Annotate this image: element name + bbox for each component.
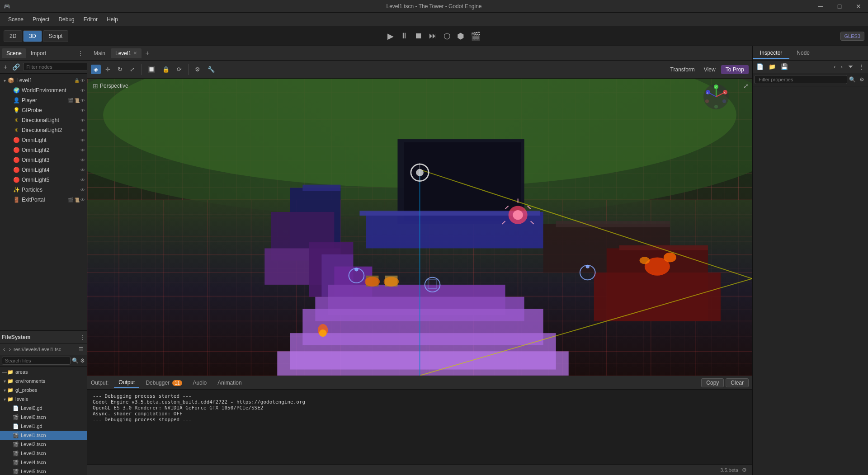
- local-button[interactable]: ⬢: [454, 29, 467, 43]
- tab-animation[interactable]: Animation: [213, 378, 246, 388]
- eye-icon-player[interactable]: 👁: [80, 98, 85, 103]
- tools-button[interactable]: 🔧: [205, 65, 217, 74]
- inspector-menu-button[interactable]: ⋮: [857, 62, 866, 71]
- stop-button[interactable]: ⏹: [412, 29, 425, 43]
- tree-item-dirlight2[interactable]: ✳ DirectionalLight2 👁: [0, 125, 87, 135]
- snap-button[interactable]: 🔒: [160, 65, 172, 74]
- tab-main[interactable]: Main: [89, 48, 110, 58]
- fs-item-level0gd[interactable]: 📄 Level0.gd: [0, 404, 87, 413]
- fs-layout-button[interactable]: ☰: [77, 346, 85, 353]
- use-local-button[interactable]: ⟳: [174, 65, 184, 74]
- tree-item-player[interactable]: 👤 Player 🎬 📜 👁: [0, 95, 87, 105]
- eye-icon-giprobe[interactable]: 👁: [80, 108, 85, 113]
- tree-item-exitportal[interactable]: 🚪 ExitPortal 🎬 📜 👁: [0, 195, 87, 205]
- select-tool-button[interactable]: ◈: [91, 65, 101, 74]
- menu-debug[interactable]: Debug: [54, 14, 79, 24]
- step-button[interactable]: ⏭: [426, 29, 440, 43]
- add-node-button[interactable]: +: [2, 62, 9, 71]
- fs-item-level1gd[interactable]: 📄 Level1.gd: [0, 422, 87, 431]
- tab-node[interactable]: Node: [789, 48, 817, 59]
- tree-item-level1[interactable]: ▾ 📦 Level1 🔒 👁: [0, 75, 87, 85]
- eye-icon-exitportal[interactable]: 👁: [80, 198, 85, 202]
- tree-item-omni1[interactable]: 🔴 OmniLight 👁: [0, 135, 87, 145]
- tab-output[interactable]: Output: [114, 377, 139, 388]
- inspector-folder-button[interactable]: 📁: [767, 62, 778, 71]
- inspector-prev-button[interactable]: ‹: [832, 62, 837, 71]
- fs-item-level5tscn[interactable]: 🎬 Level5.tscn: [0, 467, 87, 475]
- script-icon-player[interactable]: 📜: [74, 98, 80, 103]
- fs-item-areas[interactable]: — 📁 areas: [0, 367, 87, 376]
- filesystem-menu[interactable]: ⋮: [80, 334, 85, 340]
- menu-help[interactable]: Help: [102, 14, 123, 24]
- rotate-tool-button[interactable]: ↻: [115, 65, 125, 74]
- eye-icon-omni1[interactable]: 👁: [80, 138, 85, 143]
- perspective-text[interactable]: Perspective: [100, 83, 128, 89]
- inspector-save-button[interactable]: 💾: [779, 62, 790, 71]
- fs-back-button[interactable]: ‹: [2, 346, 6, 353]
- remote-button[interactable]: ⬡: [441, 29, 453, 43]
- eye-icon-omni4[interactable]: 👁: [80, 168, 85, 173]
- fs-search-button[interactable]: 🔍: [72, 357, 79, 364]
- fs-item-level2tscn[interactable]: 🎬 Level2.tscn: [0, 440, 87, 449]
- tab-audio[interactable]: Audio: [189, 378, 212, 388]
- fs-item-level0tscn[interactable]: 🎬 Level0.tscn: [0, 413, 87, 422]
- link-node-button[interactable]: 🔗: [10, 62, 22, 71]
- fs-item-giprobes[interactable]: ▾ 📁 gi_probes: [0, 386, 87, 395]
- tab-import[interactable]: Import: [26, 48, 51, 58]
- tree-item-particles[interactable]: ✨ Particles 👁: [0, 185, 87, 195]
- fs-item-level4tscn[interactable]: 🎬 Level4.tscn: [0, 458, 87, 467]
- filter-nodes-input[interactable]: [23, 63, 92, 71]
- copy-output-button[interactable]: Copy: [701, 378, 724, 387]
- transform-label[interactable]: Transform: [667, 65, 698, 74]
- menu-editor[interactable]: Editor: [79, 14, 102, 24]
- inspector-file-button[interactable]: 📄: [755, 62, 765, 71]
- more-tools-button[interactable]: ⚙: [192, 65, 203, 74]
- statusbar-settings-icon[interactable]: ⚙: [742, 467, 747, 473]
- btn-2d[interactable]: 2D: [4, 30, 22, 42]
- viewport-maximize-button[interactable]: ⤢: [743, 82, 749, 89]
- lock-icon[interactable]: 🔒: [74, 78, 80, 83]
- eye-icon-particles[interactable]: 👁: [80, 188, 85, 193]
- eye-icon-dirlight1[interactable]: 👁: [80, 118, 85, 123]
- btn-script[interactable]: Script: [43, 30, 69, 42]
- eye-icon-omni5[interactable]: 👁: [80, 178, 85, 183]
- minimize-button[interactable]: ─: [811, 0, 830, 12]
- eye-icon-dirlight2[interactable]: 👁: [80, 128, 85, 133]
- to-prop-button[interactable]: To Prop: [721, 65, 749, 74]
- tree-item-omni4[interactable]: 🔴 OmniLight4 👁: [0, 165, 87, 175]
- tree-arrow-level1[interactable]: ▾: [2, 78, 7, 83]
- eye-icon[interactable]: 👁: [80, 78, 85, 83]
- scene-panel-menu[interactable]: ⋮: [76, 48, 85, 58]
- fs-item-levels[interactable]: ▾ 📁 levels: [0, 395, 87, 404]
- fs-item-environments[interactable]: ▾ 📁 environments: [0, 376, 87, 386]
- btn-3d[interactable]: 3D: [23, 30, 42, 42]
- movie-icon-exitportal[interactable]: 🎬: [68, 198, 73, 202]
- local-global-button[interactable]: 🔲: [145, 65, 158, 74]
- tree-item-worldenv[interactable]: 🌍 WorldEnvironment 👁: [0, 85, 87, 95]
- pause-button[interactable]: ⏸: [397, 29, 411, 43]
- tab-inspector[interactable]: Inspector: [753, 48, 789, 59]
- fs-item-level3tscn[interactable]: 🎬 Level3.tscn: [0, 449, 87, 458]
- tab-scene[interactable]: Scene: [2, 48, 26, 58]
- tree-item-omni2[interactable]: 🔴 OmniLight2 👁: [0, 145, 87, 155]
- play-button[interactable]: ▶: [385, 29, 396, 43]
- add-tab-button[interactable]: +: [142, 48, 152, 58]
- movie-icon-player[interactable]: 🎬: [68, 98, 73, 103]
- move-tool-button[interactable]: ✛: [103, 65, 113, 74]
- inspector-options-button[interactable]: ⚙: [858, 75, 866, 84]
- fs-item-level1tscn[interactable]: 🎬 Level1.tscn: [0, 431, 87, 440]
- inspector-next-button[interactable]: ›: [839, 62, 844, 71]
- eye-icon-worldenv[interactable]: 👁: [80, 88, 85, 93]
- scale-tool-button[interactable]: ⤢: [127, 65, 137, 74]
- tab-close-level1[interactable]: ✕: [133, 51, 137, 56]
- tree-item-giprobe[interactable]: 💡 GIProbe 👁: [0, 105, 87, 115]
- filter-properties-input[interactable]: [755, 75, 847, 84]
- eye-icon-omni2[interactable]: 👁: [80, 148, 85, 153]
- tree-item-omni5[interactable]: 🔴 OmniLight5 👁: [0, 175, 87, 185]
- tree-item-dirlight1[interactable]: ✳ DirectionalLight 👁: [0, 115, 87, 125]
- close-button[interactable]: ✕: [849, 0, 868, 12]
- search-files-input[interactable]: [2, 357, 71, 365]
- orientation-gizmo[interactable]: Y X Z: [703, 83, 730, 110]
- inspector-search-button[interactable]: 🔍: [847, 75, 858, 84]
- script-icon-exitportal[interactable]: 📜: [74, 198, 80, 202]
